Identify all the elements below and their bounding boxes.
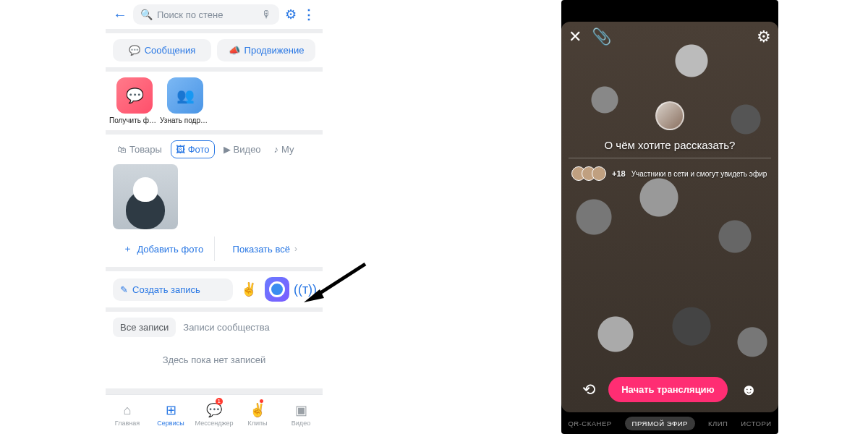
settings-icon[interactable]: ⚙ — [757, 27, 771, 46]
tab-music[interactable]: ♪Му — [270, 141, 299, 158]
start-stream-button[interactable]: Начать трансляцию — [608, 377, 728, 402]
settings-icon[interactable]: ⚙ — [285, 7, 297, 22]
filter-all[interactable]: Все записи — [113, 318, 176, 337]
tile-get-photo[interactable]: 💬 Получить фот… — [113, 77, 156, 124]
dot-badge — [260, 399, 263, 403]
search-input[interactable]: 🔍 Поиск по стене 🎙 — [133, 4, 279, 25]
image-icon: 🖼 — [176, 144, 185, 155]
photo-actions: ＋Добавить фото Показать всё› — [113, 237, 315, 261]
badge: 1 — [216, 398, 223, 405]
avatar[interactable] — [655, 101, 684, 130]
nav-services[interactable]: ⊞Сервисы — [149, 395, 192, 434]
create-post-button[interactable]: ✎ Создать запись — [113, 278, 233, 301]
filter-community[interactable]: Записи сообщества — [183, 322, 270, 333]
clip-icon-button[interactable]: ✌ — [239, 279, 259, 299]
mode-clip[interactable]: КЛИП — [708, 420, 728, 427]
vk-live-screen: ✕ 📎 ⚙ О чём хотите рассказать? +18 Участ… — [561, 0, 778, 434]
tile-label: Получить фот… — [109, 116, 160, 124]
action-buttons-card: 💬 Сообщения 📣 Продвижение — [106, 33, 323, 67]
attach-icon[interactable]: 📎 — [592, 27, 611, 46]
nav-clips[interactable]: ✌Клипы — [236, 395, 279, 434]
tab-photo[interactable]: 🖼Фото — [171, 140, 215, 158]
media-card: 🛍Товары 🖼Фото ▶Видео ♪Му ＋Добавить фото … — [106, 135, 323, 267]
create-post-label: Создать запись — [132, 284, 200, 295]
story-bottom-controls: ⟲ Начать трансляцию ☻ — [561, 377, 778, 402]
search-placeholder: Поиск по стене — [157, 9, 223, 20]
tab-video[interactable]: ▶Видео — [219, 141, 265, 158]
broadcast-icon: ((т)) — [294, 282, 317, 297]
promo-label: Продвижение — [244, 45, 305, 56]
avatar — [592, 166, 606, 181]
chat-bubble-icon: 💬 — [126, 87, 144, 104]
nav-video[interactable]: ▣Видео — [279, 395, 323, 434]
bag-icon: 🛍 — [117, 144, 127, 155]
tiles-card: 💬 Получить фот… 👥 Узнать подро… — [106, 72, 323, 130]
tile-label: Узнать подро… — [160, 116, 210, 124]
switch-camera-icon[interactable]: ⟲ — [582, 380, 595, 399]
story-canvas: ✕ 📎 ⚙ О чём хотите рассказать? +18 Участ… — [561, 22, 778, 412]
show-all-button[interactable]: Показать всё› — [215, 237, 316, 261]
mode-live[interactable]: ПРЯМОЙ ЭФИР — [625, 417, 695, 430]
close-icon[interactable]: ✕ — [569, 27, 582, 46]
plus-icon: ＋ — [123, 242, 132, 255]
viewers-count: +18 — [612, 169, 626, 178]
back-icon[interactable]: ← — [113, 7, 127, 23]
clips-icon: ✌ — [250, 402, 265, 418]
more-icon[interactable]: ⋮ — [302, 7, 315, 22]
broadcast-icon-button[interactable]: ((т)) — [295, 279, 315, 299]
bottom-nav: ⌂Главная ⊞Сервисы 1💬Мессенджер ✌Клипы ▣В… — [106, 394, 323, 434]
vk-community-screen: ← 🔍 Поиск по стене 🎙 ⚙ ⋮ 💬 Сообщения 📣 П… — [106, 0, 323, 434]
pencil-icon: ✎ — [120, 284, 128, 295]
services-icon: ⊞ — [166, 402, 176, 418]
tile-learn-more[interactable]: 👥 Узнать подро… — [163, 77, 207, 124]
add-photo-button[interactable]: ＋Добавить фото — [113, 237, 215, 261]
viewer-avatars — [571, 166, 606, 181]
media-tabs: 🛍Товары 🖼Фото ▶Видео ♪Му — [113, 140, 315, 158]
live-story-button[interactable] — [265, 277, 289, 302]
story-ring-icon — [269, 281, 285, 297]
story-topbar: ✕ 📎 ⚙ — [569, 27, 771, 46]
tab-goods[interactable]: 🛍Товары — [113, 141, 166, 158]
photo-thumbnail[interactable] — [113, 164, 178, 229]
home-icon: ⌂ — [124, 403, 132, 418]
chevron-right-icon: › — [294, 244, 297, 254]
mask-icon[interactable]: ☻ — [741, 380, 757, 399]
messages-label: Сообщения — [145, 45, 196, 56]
story-prompt[interactable]: О чём хотите рассказать? — [561, 139, 778, 151]
mode-bar: QR-СКАНЕР ПРЯМОЙ ЭФИР КЛИП ИСТОРИ — [561, 412, 778, 434]
viewers-text: Участники в сети и смогут увидеть эфир — [631, 170, 767, 178]
music-icon: ♪ — [274, 144, 279, 155]
mode-qr[interactable]: QR-СКАНЕР — [568, 420, 611, 427]
messages-button[interactable]: 💬 Сообщения — [113, 39, 211, 61]
voice-icon[interactable]: 🎙 — [262, 9, 272, 20]
chat-icon: 💬 — [129, 45, 140, 56]
nav-messenger[interactable]: 1💬Мессенджер — [192, 395, 236, 434]
people-icon: 👥 — [176, 87, 195, 104]
nav-home[interactable]: ⌂Главная — [106, 395, 149, 434]
feed-card: Все записи Записи сообщества Здесь пока … — [106, 312, 323, 388]
clip-icon: ✌ — [241, 281, 257, 297]
topbar: ← 🔍 Поиск по стене 🎙 ⚙ ⋮ — [106, 0, 323, 29]
megaphone-icon: 📣 — [229, 45, 240, 56]
play-icon: ▶ — [224, 144, 231, 155]
search-icon: 🔍 — [140, 9, 153, 20]
mode-story[interactable]: ИСТОРИ — [741, 420, 771, 427]
video-icon: ▣ — [295, 402, 307, 418]
compose-card: ✎ Создать запись ✌ ((т)) — [106, 271, 323, 307]
promo-button[interactable]: 📣 Продвижение — [217, 39, 315, 61]
divider — [569, 158, 771, 158]
viewers-row[interactable]: +18 Участники в сети и смогут увидеть эф… — [571, 166, 768, 181]
empty-state: Здесь пока нет записей — [113, 337, 315, 383]
